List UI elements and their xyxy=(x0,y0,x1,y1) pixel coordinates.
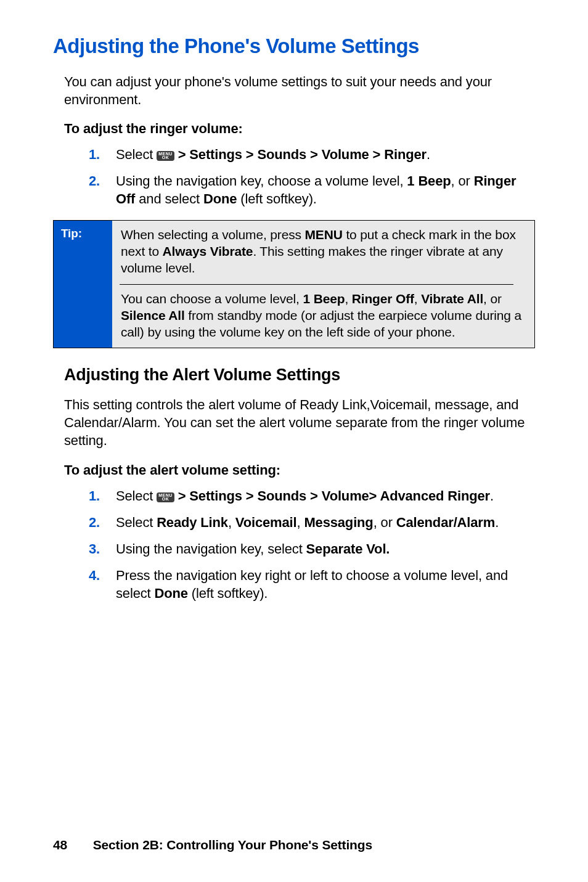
step-text: . xyxy=(495,515,499,530)
ready-link-label: Ready Link xyxy=(157,515,228,530)
voicemail-label: Voicemail xyxy=(235,515,297,530)
footer-section-title: Section 2B: Controlling Your Phone's Set… xyxy=(93,838,372,852)
alert-step-2: 2. Select Ready Link, Voicemail, Messagi… xyxy=(89,513,535,531)
nav-path: > Settings > Sounds > Volume> Advanced R… xyxy=(174,488,490,504)
ringer-step-2: 2. Using the navigation key, choose a vo… xyxy=(89,172,535,208)
step-text: and select xyxy=(135,191,203,206)
step-text: , or xyxy=(374,515,396,530)
vibrate-all-label: Vibrate All xyxy=(421,292,483,306)
alert-intro-paragraph: This setting controls the alert volume o… xyxy=(64,396,535,449)
ringer-step-1: 1. Select MENUOK > Settings > Sounds > V… xyxy=(89,145,535,163)
calendar-alarm-label: Calendar/Alarm xyxy=(396,515,495,530)
step-text: , xyxy=(296,515,304,530)
tip-label: Tip: xyxy=(54,221,112,348)
ringer-subheading: To adjust the ringer volume: xyxy=(64,121,535,137)
step-text: , xyxy=(228,515,235,530)
step-number: 2. xyxy=(89,172,100,190)
step-text: Using the navigation key, choose a volum… xyxy=(116,173,407,189)
nav-path: > Settings > Sounds > Volume > Ringer xyxy=(174,147,427,162)
alert-step-4: 4. Press the navigation key right or lef… xyxy=(89,566,535,602)
alert-step-1: 1. Select MENUOK > Settings > Sounds > V… xyxy=(89,487,535,505)
always-vibrate-label: Always Vibrate xyxy=(163,244,253,258)
ringer-steps: 1. Select MENUOK > Settings > Sounds > V… xyxy=(89,145,535,208)
step-text: . xyxy=(427,147,430,162)
intro-paragraph: You can adjust your phone's volume setti… xyxy=(64,73,535,108)
menu-ok-icon: MENUOK xyxy=(157,151,174,161)
menu-label: MENU xyxy=(305,227,343,242)
alert-heading: Adjusting the Alert Volume Settings xyxy=(64,365,535,385)
ringer-off-label: Ringer Off xyxy=(352,292,414,306)
step-text: (left softkey). xyxy=(237,191,316,206)
step-text: Select xyxy=(116,488,157,504)
alert-step-3: 3. Using the navigation key, select Sepa… xyxy=(89,540,535,558)
menu-ok-icon: MENUOK xyxy=(157,492,174,502)
one-beep-label: 1 Beep xyxy=(303,292,345,306)
tip-paragraph-2: You can choose a volume level, 1 Beep, R… xyxy=(121,291,523,341)
page-footer: 48 Section 2B: Controlling Your Phone's … xyxy=(53,838,372,852)
step-text: Using the navigation key, select xyxy=(116,541,306,557)
alert-subheading: To adjust the alert volume setting: xyxy=(64,462,535,478)
page-number: 48 xyxy=(53,838,67,852)
step-number: 2. xyxy=(89,513,100,531)
one-beep-label: 1 Beep xyxy=(407,173,451,189)
step-text: (left softkey). xyxy=(188,586,267,601)
step-number: 1. xyxy=(89,145,100,163)
step-number: 1. xyxy=(89,487,100,505)
alert-steps: 1. Select MENUOK > Settings > Sounds > V… xyxy=(89,487,535,602)
page-title: Adjusting the Phone's Volume Settings xyxy=(53,35,535,58)
tip-content: When selecting a volume, press MENU to p… xyxy=(112,221,534,348)
tip-box: Tip: When selecting a volume, press MENU… xyxy=(53,220,535,348)
tip-paragraph-1: When selecting a volume, press MENU to p… xyxy=(121,227,523,277)
done-label: Done xyxy=(154,586,187,601)
step-text: , or xyxy=(451,173,474,189)
step-number: 4. xyxy=(89,566,100,584)
step-number: 3. xyxy=(89,540,100,558)
step-text: . xyxy=(490,488,494,504)
step-text: Select xyxy=(116,147,157,162)
done-label: Done xyxy=(203,191,237,206)
step-text: Select xyxy=(116,515,157,530)
messaging-label: Messaging xyxy=(304,515,373,530)
separate-vol-label: Separate Vol. xyxy=(306,541,390,557)
tip-divider xyxy=(120,284,513,285)
silence-all-label: Silence All xyxy=(121,308,185,322)
